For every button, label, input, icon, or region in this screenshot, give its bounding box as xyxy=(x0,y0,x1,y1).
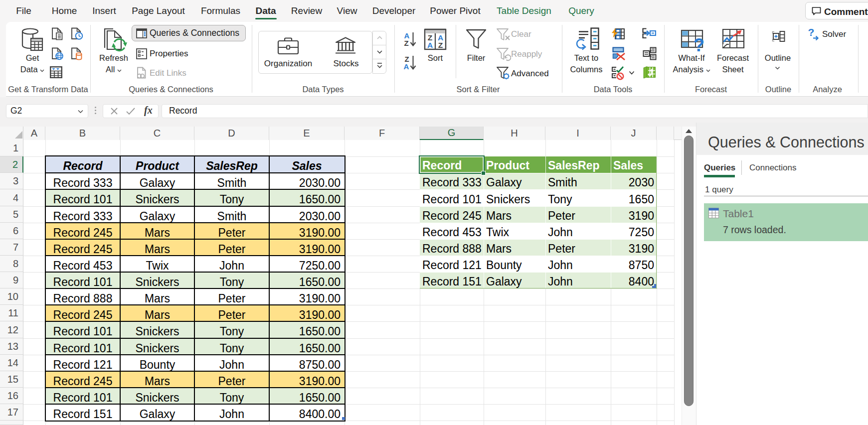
svg-text:A: A xyxy=(427,41,433,49)
svg-text:A: A xyxy=(404,62,409,70)
svg-text:?: ? xyxy=(808,27,815,38)
svg-text:Z: Z xyxy=(404,39,408,47)
svg-text:Z: Z xyxy=(438,41,443,49)
